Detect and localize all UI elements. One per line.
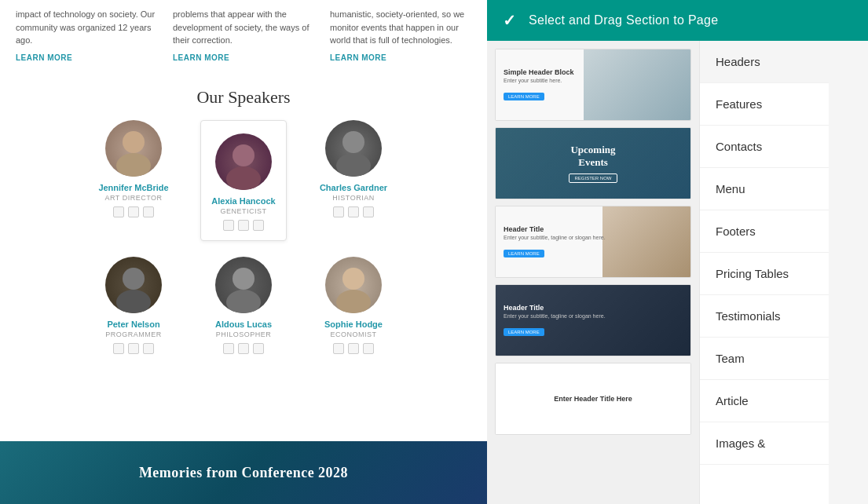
speaker-card-charles: Charles Gardner HISTORIAN <box>310 120 397 241</box>
thumb1-btn[interactable]: LEARN MORE <box>504 93 544 100</box>
thumb3-title: Header Title <box>504 225 606 233</box>
thumb2-btn[interactable]: REGISTER NOW <box>569 173 617 183</box>
social-icon-1[interactable] <box>223 343 234 354</box>
col-1: impact of technology on society. Our com… <box>16 8 157 64</box>
svg-point-7 <box>116 290 151 313</box>
social-icon-3[interactable] <box>143 206 154 217</box>
nav-item-contacts[interactable]: Contacts <box>700 126 829 168</box>
avatar-alexia <box>215 133 272 190</box>
speaker-name-aldous: Aldous Lucas <box>215 320 272 329</box>
nav-item-team[interactable]: Team <box>700 338 829 380</box>
thumb2-inner: Upcoming Events REGISTER NOW <box>496 128 690 199</box>
intro-columns: impact of technology on society. Our com… <box>0 0 487 79</box>
nav-item-features[interactable]: Features <box>700 83 829 126</box>
right-panel: ✓ Select and Drag Section to Page Simple… <box>487 0 868 504</box>
thumb2-title-upcoming: Upcoming <box>504 144 683 156</box>
nav-item-article[interactable]: Article <box>700 380 829 422</box>
social-icon-1[interactable] <box>113 343 124 354</box>
avatar-peter <box>105 257 162 313</box>
nav-item-pricing-tables[interactable]: Pricing Tables <box>700 253 829 295</box>
col-3-text: humanistic, society-oriented, so we moni… <box>330 8 471 47</box>
speakers-row-1: Jennifer McBride ART DIRECTOR Alexia Han… <box>16 120 471 241</box>
avatar-aldous <box>215 257 272 313</box>
speaker-name-jennifer: Jennifer McBride <box>98 183 168 192</box>
nav-item-testimonials[interactable]: Testimonials <box>700 295 829 338</box>
svg-point-2 <box>233 144 255 166</box>
header-title: Select and Drag Section to Page <box>529 13 718 27</box>
thumb1-sub: Enter your subtitle here. <box>504 78 574 83</box>
speakers-row-2: Peter Nelson PROGRAMMER Aldous Lucas PHI… <box>16 257 471 354</box>
speaker-icons-sophie <box>333 343 374 354</box>
thumb3-inner: Header Title Enter your subtitle, taglin… <box>496 206 690 277</box>
social-icon-2[interactable] <box>128 206 139 217</box>
social-icon-1[interactable] <box>333 206 344 217</box>
thumbnail-upcoming-events[interactable]: Upcoming Events REGISTER NOW <box>495 127 691 199</box>
social-icon-3[interactable] <box>363 206 374 217</box>
sidebar-nav: Headers Features Contacts Menu Footers P… <box>699 41 829 504</box>
speaker-role-charles: HISTORIAN <box>332 194 374 202</box>
thumbnails-area: Simple Header Block Enter your subtitle … <box>487 41 699 504</box>
speaker-role-peter: PROGRAMMER <box>105 331 162 338</box>
social-icon-2[interactable] <box>348 206 359 217</box>
svg-point-11 <box>336 290 371 313</box>
thumbnail-header-lady[interactable]: Header Title Enter your subtitle, taglin… <box>495 206 691 278</box>
avatar-charles <box>325 120 382 177</box>
speaker-role-aldous: PHILOSOPHER <box>216 331 272 338</box>
thumb4-content: Header Title Enter your subtitle, taglin… <box>504 304 606 337</box>
speaker-icons-aldous <box>223 343 264 354</box>
thumb3-btn[interactable]: LEARN MORE <box>504 250 544 257</box>
thumbnail-header-dark[interactable]: Header Title Enter your subtitle, taglin… <box>495 284 691 356</box>
social-icon-3[interactable] <box>253 343 264 354</box>
social-icon-2[interactable] <box>238 220 249 231</box>
speaker-icons-charles <box>333 206 374 217</box>
speaker-name-charles: Charles Gardner <box>320 183 387 192</box>
social-icon-3[interactable] <box>253 220 264 231</box>
nav-item-images[interactable]: Images & <box>700 422 829 465</box>
thumb4-title: Header Title <box>504 304 606 312</box>
speaker-card-jennifer: Jennifer McBride ART DIRECTOR <box>90 120 177 241</box>
svg-point-5 <box>336 153 371 177</box>
social-icon-2[interactable] <box>348 343 359 354</box>
col-3: humanistic, society-oriented, so we moni… <box>330 8 471 64</box>
speaker-icons-alexia <box>223 220 264 231</box>
nav-item-menu[interactable]: Menu <box>700 168 829 210</box>
thumb5-title: Enter Header Title Here <box>504 395 683 403</box>
thumbnail-simple-header[interactable]: Simple Header Block Enter your subtitle … <box>495 49 691 121</box>
thumb4-btn[interactable]: LEARN MORE <box>504 328 544 336</box>
svg-point-1 <box>116 153 151 177</box>
speaker-name-peter: Peter Nelson <box>107 320 159 329</box>
learn-more-1[interactable]: LEARN MORE <box>16 52 157 64</box>
avatar-sophie <box>325 257 382 313</box>
social-icon-1[interactable] <box>223 220 234 231</box>
left-panel: impact of technology on society. Our com… <box>0 0 487 504</box>
social-icon-2[interactable] <box>128 343 139 354</box>
right-body: Simple Header Block Enter your subtitle … <box>487 41 868 504</box>
social-icon-3[interactable] <box>363 343 374 354</box>
thumb5-inner: Enter Header Title Here <box>496 363 690 434</box>
svg-point-9 <box>226 290 261 313</box>
speakers-title: Our Speakers <box>16 87 471 108</box>
col-2-text: problems that appear with the developmen… <box>173 8 314 47</box>
svg-point-3 <box>226 166 261 190</box>
social-icon-1[interactable] <box>113 206 124 217</box>
col-2: problems that appear with the developmen… <box>173 8 314 64</box>
social-icon-3[interactable] <box>143 343 154 354</box>
thumb1-title: Simple Header Block <box>504 68 574 76</box>
thumb1-content: Simple Header Block Enter your subtitle … <box>504 68 574 101</box>
thumb3-content: Header Title Enter your subtitle, taglin… <box>504 225 606 258</box>
thumb3-sub: Enter your subtitle, tagline or slogan h… <box>504 235 606 240</box>
thumbnail-header-white[interactable]: Enter Header Title Here <box>495 363 691 435</box>
speaker-name-alexia: Alexia Hancock <box>211 196 275 206</box>
speaker-card-sophie: Sophie Hodge ECONOMIST <box>310 257 397 354</box>
social-icon-1[interactable] <box>333 343 344 354</box>
nav-item-footers[interactable]: Footers <box>700 210 829 253</box>
speakers-section: Our Speakers Jennifer McBride ART DIRECT… <box>0 79 487 378</box>
learn-more-2[interactable]: LEARN MORE <box>173 52 314 64</box>
speaker-card-alexia: Alexia Hancock GENETICIST <box>200 120 287 241</box>
social-icon-2[interactable] <box>238 343 249 354</box>
nav-item-headers[interactable]: Headers <box>700 41 829 83</box>
avatar-jennifer <box>105 120 162 177</box>
learn-more-3[interactable]: LEARN MORE <box>330 52 471 64</box>
thumb3-bg <box>602 206 690 277</box>
bottom-banner: Memories from Conference 2028 <box>0 441 487 504</box>
